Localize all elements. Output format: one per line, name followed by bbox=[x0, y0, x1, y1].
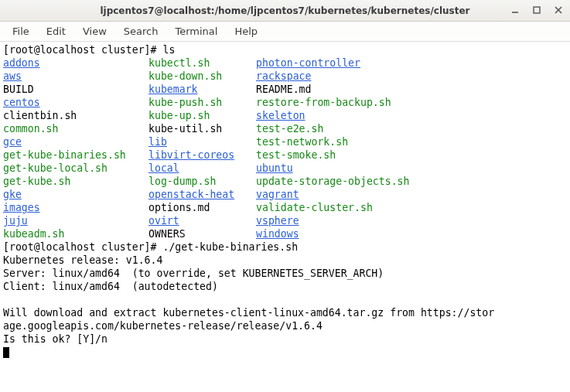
ls-entry: libvirt-coreos bbox=[148, 148, 256, 162]
ls-entry: kube-util.sh bbox=[148, 122, 256, 135]
ls-entry: get-kube.sh bbox=[3, 175, 148, 188]
menu-file[interactable]: File bbox=[5, 23, 37, 39]
ls-entry: clientbin.sh bbox=[3, 109, 148, 122]
output-line: Kubernetes release: v1.6.4 bbox=[3, 254, 162, 266]
output-line: Server: linux/amd64 (to override, set KU… bbox=[3, 268, 384, 279]
terminal-cursor bbox=[3, 347, 9, 358]
ls-entry: addons bbox=[3, 56, 148, 70]
ls-entry: skeleton bbox=[256, 109, 567, 122]
ls-entry: lib bbox=[148, 135, 256, 148]
ls-entry: openstack-heat bbox=[148, 188, 256, 201]
ls-entry: images bbox=[3, 201, 148, 214]
ls-entry: kube-push.sh bbox=[148, 96, 256, 109]
menu-terminal[interactable]: Terminal bbox=[167, 23, 225, 39]
menu-view[interactable]: View bbox=[75, 23, 114, 39]
command-text: ./get-kube-binaries.sh bbox=[162, 241, 298, 253]
svg-rect-1 bbox=[534, 7, 540, 13]
prompt-text: [root@localhost cluster]# bbox=[3, 44, 162, 56]
ls-entry: kubemark bbox=[148, 83, 256, 96]
output-line: Will download and extract kubernetes-cli… bbox=[3, 307, 494, 319]
ls-entry: ovirt bbox=[148, 214, 256, 227]
ls-entry: get-kube-binaries.sh bbox=[3, 148, 148, 162]
terminal-area[interactable]: [root@localhost cluster]# ls addonskubec… bbox=[0, 42, 570, 392]
ls-entry: kubeadm.sh bbox=[3, 227, 148, 240]
window-title: ljpcentos7@localhost:/home/ljpcentos7/ku… bbox=[100, 5, 469, 16]
ls-entry: windows bbox=[256, 227, 567, 240]
ls-entry: vsphere bbox=[256, 214, 567, 227]
ls-entry: restore-from-backup.sh bbox=[256, 96, 567, 109]
ls-entry: common.sh bbox=[3, 122, 148, 135]
ls-entry: kubectl.sh bbox=[148, 56, 256, 70]
ls-entry: README.md bbox=[256, 83, 567, 96]
ls-entry: gce bbox=[3, 135, 148, 148]
ls-listing: addonskubectl.shphoton-controllerawskube… bbox=[3, 56, 567, 240]
ls-entry: get-kube-local.sh bbox=[3, 162, 148, 175]
ls-entry: ubuntu bbox=[256, 162, 567, 175]
ls-entry: kube-down.sh bbox=[148, 70, 256, 83]
ls-entry: vagrant bbox=[256, 188, 567, 201]
maximize-button[interactable] bbox=[530, 3, 544, 17]
menubar: File Edit View Search Terminal Help bbox=[0, 22, 570, 42]
ls-entry: validate-cluster.sh bbox=[256, 201, 567, 214]
minimize-button[interactable] bbox=[508, 3, 522, 17]
ls-entry: test-e2e.sh bbox=[256, 122, 567, 135]
close-button[interactable] bbox=[551, 3, 565, 17]
prompt-text: [root@localhost cluster]# bbox=[3, 241, 162, 253]
ls-entry: kube-up.sh bbox=[148, 109, 256, 122]
menu-help[interactable]: Help bbox=[227, 23, 265, 39]
menu-search[interactable]: Search bbox=[116, 23, 166, 39]
ls-entry: photon-controller bbox=[256, 56, 567, 70]
output-line: Client: linux/amd64 (autodetected) bbox=[3, 281, 218, 292]
ls-entry: options.md bbox=[148, 201, 256, 214]
ls-entry: BUILD bbox=[3, 83, 148, 96]
ls-entry: centos bbox=[3, 96, 148, 109]
ls-entry: OWNERS bbox=[148, 227, 256, 240]
output-line: Is this ok? [Y]/n bbox=[3, 333, 108, 345]
ls-entry: log-dump.sh bbox=[148, 175, 256, 188]
titlebar: ljpcentos7@localhost:/home/ljpcentos7/ku… bbox=[0, 0, 570, 22]
ls-entry: test-network.sh bbox=[256, 135, 567, 148]
command-text: ls bbox=[162, 44, 175, 56]
menu-edit[interactable]: Edit bbox=[39, 23, 73, 39]
ls-entry: test-smoke.sh bbox=[256, 148, 567, 162]
window-controls bbox=[508, 3, 565, 17]
ls-entry: update-storage-objects.sh bbox=[256, 175, 567, 188]
ls-entry: gke bbox=[3, 188, 148, 201]
ls-entry: aws bbox=[3, 70, 148, 83]
ls-entry: local bbox=[148, 162, 256, 175]
ls-entry: rackspace bbox=[256, 70, 567, 83]
output-line: age.googleapis.com/kubernetes-release/re… bbox=[3, 320, 323, 332]
ls-entry: juju bbox=[3, 214, 148, 227]
